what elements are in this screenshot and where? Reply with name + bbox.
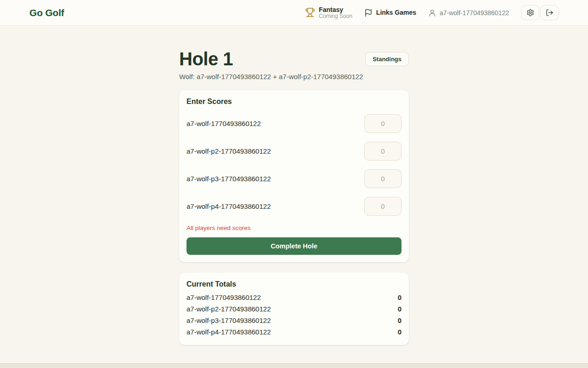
total-player-value: 0 <box>398 293 401 301</box>
standings-button[interactable]: Standings <box>365 52 409 66</box>
complete-hole-button[interactable]: Complete Hole <box>187 237 401 255</box>
total-row: a7-wolf-p3-1770493860122 0 <box>187 315 401 326</box>
total-player-value: 0 <box>398 316 401 324</box>
title-row: Hole 1 Standings <box>179 49 409 69</box>
nav-fantasy-sublabel: Coming Soon <box>319 13 352 20</box>
score-player-name: a7-wolf-p4-1770493860122 <box>187 202 271 210</box>
app-logo[interactable]: Go Golf <box>29 7 64 18</box>
score-input-1[interactable] <box>364 114 401 133</box>
total-row: a7-wolf-p4-1770493860122 0 <box>187 326 401 338</box>
total-player-value: 0 <box>398 305 401 313</box>
total-player-name: a7-wolf-p2-1770493860122 <box>187 305 271 313</box>
logout-icon <box>546 9 554 17</box>
nav-item-fantasy: Fantasy Coming Soon <box>305 6 352 20</box>
enter-scores-title: Enter Scores <box>187 98 401 106</box>
total-row: a7-wolf-p2-1770493860122 0 <box>187 303 401 315</box>
score-row: a7-wolf-p4-1770493860122 <box>187 197 401 216</box>
score-row: a7-wolf-p3-1770493860122 <box>187 169 401 188</box>
score-player-name: a7-wolf-p2-1770493860122 <box>187 147 271 155</box>
gear-icon <box>526 9 534 17</box>
total-player-name: a7-wolf-p4-1770493860122 <box>187 328 271 336</box>
app-header: Go Golf Fantasy Coming Soon <box>0 0 588 26</box>
main-content: Hole 1 Standings Wolf: a7-wolf-177049386… <box>179 26 409 345</box>
settings-button[interactable] <box>521 5 539 20</box>
score-input-2[interactable] <box>364 142 401 161</box>
page-title: Hole 1 <box>179 49 233 69</box>
score-row: a7-wolf-1770493860122 <box>187 114 401 133</box>
score-input-3[interactable] <box>364 169 401 188</box>
current-totals-title: Current Totals <box>187 280 401 288</box>
nav-links-games-label: Links Games <box>376 9 416 16</box>
header-buttons <box>521 5 559 20</box>
trophy-icon <box>305 7 315 17</box>
current-totals-card: Current Totals a7-wolf-1770493860122 0 a… <box>179 273 409 345</box>
flag-icon <box>364 9 373 17</box>
enter-scores-card: Enter Scores a7-wolf-1770493860122 a7-wo… <box>179 90 409 262</box>
score-player-name: a7-wolf-p3-1770493860122 <box>187 175 271 183</box>
score-input-4[interactable] <box>364 197 401 216</box>
score-row: a7-wolf-p2-1770493860122 <box>187 142 401 161</box>
nav-fantasy-label: Fantasy <box>319 6 352 13</box>
total-player-name: a7-wolf-1770493860122 <box>187 293 261 301</box>
user-info: a7-wolf-1770493860122 <box>428 9 509 17</box>
header-right: Fantasy Coming Soon Links Games a7-wolf-… <box>305 5 559 20</box>
total-row: a7-wolf-1770493860122 0 <box>187 292 401 303</box>
logout-button[interactable] <box>540 5 559 20</box>
total-player-name: a7-wolf-p3-1770493860122 <box>187 316 271 324</box>
wolf-subtitle: Wolf: a7-wolf-1770493860122 + a7-wolf-p2… <box>179 73 409 80</box>
total-player-value: 0 <box>398 328 401 336</box>
page-footer <box>0 363 588 368</box>
validation-error: All players need scores <box>187 224 401 231</box>
user-icon <box>428 9 436 17</box>
nav-item-links-games[interactable]: Links Games <box>364 9 416 17</box>
username-text: a7-wolf-1770493860122 <box>440 9 509 17</box>
nav-fantasy-text: Fantasy Coming Soon <box>319 6 352 20</box>
score-player-name: a7-wolf-1770493860122 <box>187 120 261 127</box>
